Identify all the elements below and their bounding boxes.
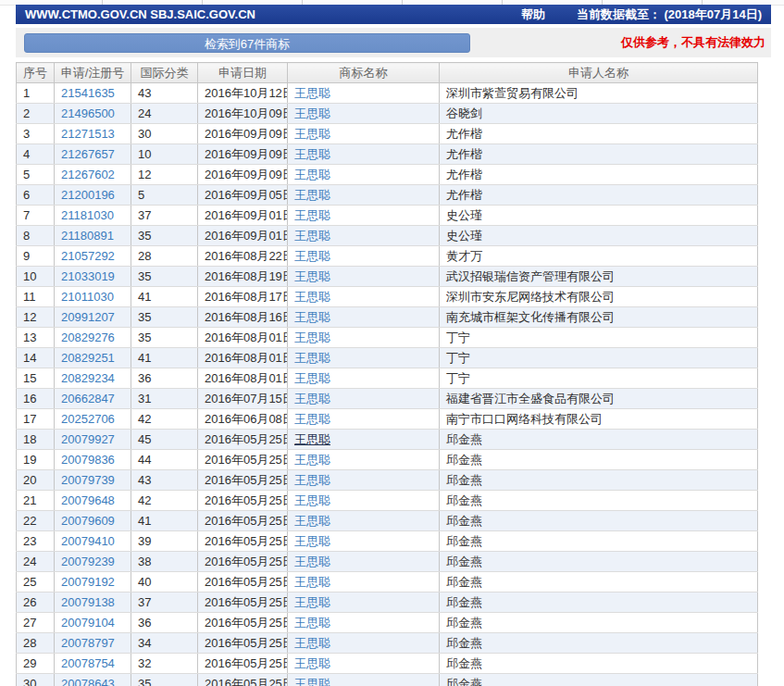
application-date-cell: 2016年09月01日 (198, 206, 288, 226)
intl-class-cell: 41 (131, 348, 198, 368)
registration-number-link[interactable]: 20079739 (61, 473, 115, 487)
registration-number-link[interactable]: 20078797 (61, 636, 115, 650)
help-link[interactable]: 帮助 (521, 6, 545, 23)
applicant-name-cell: 深圳市紫萱贸易有限公司 (440, 83, 758, 104)
trademark-name-link[interactable]: 王思聪 (294, 514, 330, 528)
registration-number-link[interactable]: 20078643 (61, 677, 115, 686)
trademark-name-link[interactable]: 王思聪 (294, 188, 330, 202)
serial-cell: 27 (17, 613, 55, 633)
trademark-name-cell: 王思聪 (288, 226, 440, 246)
trademark-name-link[interactable]: 王思聪 (294, 432, 330, 446)
application-date-cell: 2016年08月22日 (198, 246, 288, 267)
registration-number-link[interactable]: 20078754 (61, 656, 115, 670)
trademark-name-link[interactable]: 王思聪 (294, 392, 330, 405)
intl-class-cell: 42 (131, 409, 198, 430)
registration-number-link[interactable]: 20829251 (61, 351, 115, 365)
registration-number-link[interactable]: 20079648 (61, 493, 115, 507)
registration-number-link[interactable]: 20079104 (61, 616, 115, 630)
application-date-cell: 2016年05月25日 (198, 633, 288, 654)
registration-number-link[interactable]: 20079192 (61, 575, 115, 589)
applicant-name-cell: 邱金燕 (440, 430, 758, 450)
trademark-name-link[interactable]: 王思聪 (294, 331, 330, 344)
trademark-name-link[interactable]: 王思聪 (294, 371, 330, 385)
trademark-name-cell: 王思聪 (288, 552, 440, 572)
registration-number-link[interactable]: 21180891 (61, 229, 114, 243)
trademark-name-link[interactable]: 王思聪 (294, 636, 330, 650)
registration-number-cell: 21267657 (55, 144, 131, 165)
registration-number-link[interactable]: 21057292 (61, 249, 115, 263)
trademark-name-link[interactable]: 王思聪 (294, 656, 330, 670)
trademark-name-link[interactable]: 王思聪 (294, 290, 330, 304)
registration-number-link[interactable]: 21496500 (61, 106, 115, 120)
trademark-name-link[interactable]: 王思聪 (294, 575, 330, 589)
application-date-cell: 2016年05月25日 (198, 552, 288, 572)
table-row: 2220079609412016年05月25日王思聪邱金燕 (17, 511, 758, 531)
trademark-name-link[interactable]: 王思聪 (294, 412, 330, 426)
intl-class-cell: 44 (131, 450, 198, 470)
registration-number-link[interactable]: 21181030 (61, 208, 114, 222)
applicant-name-cell: 史公瑾 (440, 226, 758, 246)
registration-number-link[interactable]: 20079836 (61, 453, 115, 467)
registration-number-link[interactable]: 21033019 (61, 269, 115, 283)
registration-number-cell: 20079138 (55, 592, 131, 613)
registration-number-link[interactable]: 21011030 (61, 290, 114, 304)
trademark-name-link[interactable]: 王思聪 (294, 86, 330, 100)
trademark-name-link[interactable]: 王思聪 (294, 616, 330, 630)
registration-number-link[interactable]: 21271513 (61, 127, 115, 141)
result-count-button[interactable]: 检索到67件商标 (24, 33, 470, 53)
trademark-name-link[interactable]: 王思聪 (294, 229, 330, 243)
registration-number-link[interactable]: 21541635 (61, 86, 115, 100)
trademark-name-cell: 王思聪 (288, 83, 440, 104)
applicant-name-cell: 丁宁 (440, 368, 758, 389)
header-serial: 序号 (17, 63, 55, 83)
trademark-name-link[interactable]: 王思聪 (294, 493, 330, 507)
registration-number-link[interactable]: 20079138 (61, 595, 115, 609)
trademark-name-link[interactable]: 王思聪 (294, 249, 330, 263)
registration-number-cell: 21011030 (55, 287, 131, 307)
header-registration-number: 申请/注册号 (55, 63, 131, 83)
header-application-date: 申请日期 (198, 63, 288, 83)
registration-number-cell: 21200196 (55, 185, 131, 206)
registration-number-link[interactable]: 20079239 (61, 555, 115, 568)
serial-cell: 2 (17, 104, 55, 124)
registration-number-link[interactable]: 20252706 (61, 412, 115, 426)
trademark-name-link[interactable]: 王思聪 (294, 208, 330, 222)
registration-number-link[interactable]: 21267602 (61, 168, 115, 181)
application-date-cell: 2016年09月09日 (198, 144, 288, 165)
registration-number-cell: 20079239 (55, 552, 131, 572)
intl-class-cell: 31 (131, 389, 198, 409)
registration-number-link[interactable]: 20991207 (61, 310, 115, 324)
trademark-name-link[interactable]: 王思聪 (294, 473, 330, 487)
applicant-name-cell: 邱金燕 (440, 674, 758, 686)
application-date-cell: 2016年05月25日 (198, 674, 288, 686)
trademark-name-link[interactable]: 王思聪 (294, 677, 330, 686)
registration-number-link[interactable]: 20829276 (61, 331, 115, 344)
trademark-name-link[interactable]: 王思聪 (294, 127, 330, 141)
intl-class-cell: 39 (131, 531, 198, 552)
registration-number-cell: 20078754 (55, 654, 131, 674)
serial-cell: 13 (17, 328, 55, 348)
registration-number-link[interactable]: 20079927 (61, 432, 115, 446)
registration-number-link[interactable]: 20079609 (61, 514, 115, 528)
serial-cell: 20 (17, 470, 55, 491)
application-date-cell: 2016年05月25日 (198, 592, 288, 613)
trademark-name-link[interactable]: 王思聪 (294, 310, 330, 324)
trademark-name-cell: 王思聪 (288, 206, 440, 226)
trademark-name-link[interactable]: 王思聪 (294, 595, 330, 609)
registration-number-link[interactable]: 21267657 (61, 147, 115, 161)
trademark-name-link[interactable]: 王思聪 (294, 269, 330, 283)
trademark-name-cell: 王思聪 (288, 104, 440, 124)
registration-number-link[interactable]: 20079410 (61, 534, 115, 548)
trademark-name-link[interactable]: 王思聪 (294, 555, 330, 568)
registration-number-link[interactable]: 21200196 (61, 188, 115, 202)
trademark-name-link[interactable]: 王思聪 (294, 168, 330, 181)
trademark-name-link[interactable]: 王思聪 (294, 147, 330, 161)
registration-number-link[interactable]: 20662847 (61, 392, 115, 405)
trademark-name-link[interactable]: 王思聪 (294, 534, 330, 548)
trademark-name-link[interactable]: 王思聪 (294, 106, 330, 120)
intl-class-cell: 28 (131, 246, 198, 267)
trademark-name-link[interactable]: 王思聪 (294, 453, 330, 467)
application-date-cell: 2016年09月01日 (198, 226, 288, 246)
trademark-name-link[interactable]: 王思聪 (294, 351, 330, 365)
registration-number-link[interactable]: 20829234 (61, 371, 115, 385)
